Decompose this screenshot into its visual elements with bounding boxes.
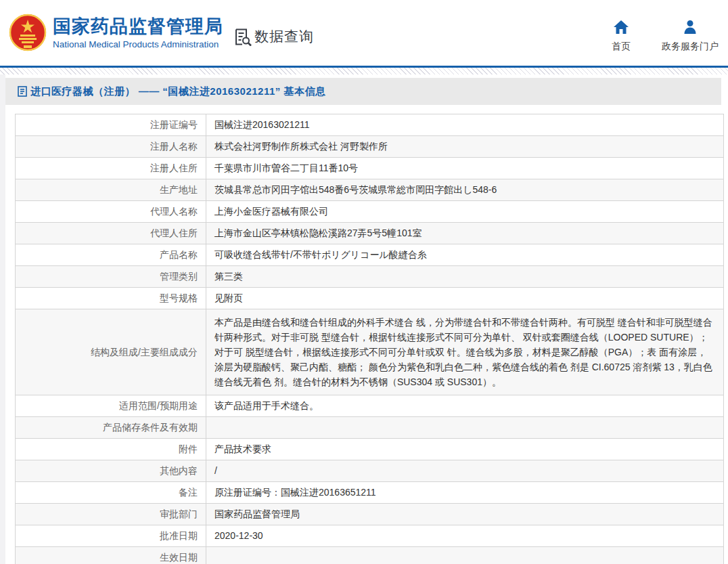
- row-value: 上海市金山区亭林镇松隐松溪路27弄5号5幢101室: [206, 223, 724, 244]
- nmpa-logo-link[interactable]: 国家药品监督管理局 National Medical Products Admi…: [9, 14, 223, 51]
- row-label: 注册证编号: [16, 114, 206, 136]
- row-label: 注册人住所: [16, 158, 206, 179]
- registration-info-table: 注册证编号国械注进20163021211注册人名称株式会社河野制作所株式会社 河…: [15, 114, 724, 564]
- table-row: 代理人名称上海小金医疗器械有限公司: [16, 201, 724, 223]
- row-value: 株式会社河野制作所株式会社 河野製作所: [206, 136, 724, 158]
- row-label: 产品名称: [16, 244, 206, 266]
- row-value: [206, 547, 724, 564]
- nav-gov-portal-label: 政务服务门户: [662, 41, 719, 53]
- site-header: 国家药品监督管理局 National Medical Products Admi…: [0, 0, 728, 66]
- row-label: 批准日期: [16, 525, 206, 547]
- row-value: 原注册证编号：国械注进20163651211: [206, 482, 724, 504]
- left-gutter: [0, 74, 5, 564]
- row-label: 型号规格: [16, 288, 206, 309]
- row-value: 产品技术要求: [206, 439, 724, 460]
- row-value: 可吸收缝合线带针/不带针ポリグリコール酸縫合糸: [206, 244, 724, 266]
- row-value: 千葉県市川市曽谷二丁目11番10号: [206, 158, 724, 179]
- row-label: 审批部门: [16, 504, 206, 525]
- row-label: 适用范围/预期用途: [16, 395, 206, 417]
- user-icon: [682, 19, 698, 35]
- table-row: 生产地址茨城县常总市冈田字馆出548番6号茨城県常総市岡田字館出し548-6: [16, 179, 724, 201]
- row-value: 国械注进20163021211: [206, 114, 724, 136]
- row-value: 该产品适用于手术缝合。: [206, 395, 724, 417]
- row-label: 结构及组成/主要组成成分: [16, 309, 206, 395]
- row-value: 见附页: [206, 288, 724, 309]
- breadcrumb: 进口医疗器械（注册） —— “国械注进20163021211” 基本信息: [5, 78, 721, 105]
- row-label: 产品储存条件及有效期: [16, 417, 206, 439]
- row-value: 上海小金医疗器械有限公司: [206, 201, 724, 223]
- table-row: 产品储存条件及有效期: [16, 417, 724, 439]
- table-row: 批准日期2020-12-30: [16, 525, 724, 547]
- table-row: 注册人名称株式会社河野制作所株式会社 河野製作所: [16, 136, 724, 158]
- table-row: 结构及组成/主要组成成分本产品是由缝合线和缝合针组成的外科手术缝合 线，分为带缝…: [16, 309, 724, 395]
- table-row: 备注原注册证编号：国械注进20163651211: [16, 482, 724, 504]
- top-nav: 首页 政务服务门户: [612, 19, 719, 53]
- row-label: 生效日期: [16, 547, 206, 564]
- row-value: /: [206, 460, 724, 482]
- document-search-icon: [233, 28, 252, 46]
- table-row: 其他内容/: [16, 460, 724, 482]
- table-row: 注册证编号国械注进20163021211: [16, 114, 724, 136]
- row-value: 本产品是由缝合线和缝合针组成的外科手术缝合 线，分为带缝合针和不带缝合针两种。有…: [206, 309, 724, 395]
- row-label: 注册人名称: [16, 136, 206, 158]
- row-label: 管理类别: [16, 266, 206, 288]
- hatch-texture-band: [0, 68, 728, 74]
- row-label: 代理人住所: [16, 223, 206, 244]
- nav-home-label: 首页: [612, 41, 631, 53]
- org-name-cn: 国家药品监督管理局: [53, 16, 223, 37]
- table-row: 产品名称可吸收缝合线带针/不带针ポリグリコール酸縫合糸: [16, 244, 724, 266]
- page-title: 进口医疗器械（注册） —— “国械注进20163021211” 基本信息: [30, 85, 325, 98]
- main-content: 进口医疗器械（注册） —— “国械注进20163021211” 基本信息 注册证…: [0, 78, 728, 564]
- home-icon: [613, 19, 629, 35]
- row-label: 代理人名称: [16, 201, 206, 223]
- table-row: 附件产品技术要求: [16, 439, 724, 460]
- row-value: 国家药品监督管理局: [206, 504, 724, 525]
- row-label: 生产地址: [16, 179, 206, 201]
- nav-gov-portal[interactable]: 政务服务门户: [662, 19, 719, 53]
- table-row: 代理人住所上海市金山区亭林镇松隐松溪路27弄5号5幢101室: [16, 223, 724, 244]
- table-row: 生效日期: [16, 547, 724, 564]
- row-value: 第三类: [206, 266, 724, 288]
- document-icon: [18, 86, 27, 97]
- row-label: 附件: [16, 439, 206, 460]
- table-row: 管理类别第三类: [16, 266, 724, 288]
- data-query-label: 数据查询: [254, 27, 314, 46]
- row-value: 2020-12-30: [206, 525, 724, 547]
- table-row: 审批部门国家药品监督管理局: [16, 504, 724, 525]
- row-value: [206, 417, 724, 439]
- table-row: 注册人住所千葉県市川市曽谷二丁目11番10号: [16, 158, 724, 179]
- data-query-link[interactable]: 数据查询: [233, 27, 314, 46]
- table-row: 适用范围/预期用途该产品适用于手术缝合。: [16, 395, 724, 417]
- table-row: 型号规格见附页: [16, 288, 724, 309]
- national-emblem-icon: [9, 14, 47, 51]
- row-value: 茨城县常总市冈田字馆出548番6号茨城県常総市岡田字館出し548-6: [206, 179, 724, 201]
- row-label: 备注: [16, 482, 206, 504]
- org-name-en: National Medical Products Administration: [53, 39, 223, 49]
- nav-home[interactable]: 首页: [612, 19, 631, 53]
- info-table-wrap: 注册证编号国械注进20163021211注册人名称株式会社河野制作所株式会社 河…: [15, 114, 728, 564]
- row-label: 其他内容: [16, 460, 206, 482]
